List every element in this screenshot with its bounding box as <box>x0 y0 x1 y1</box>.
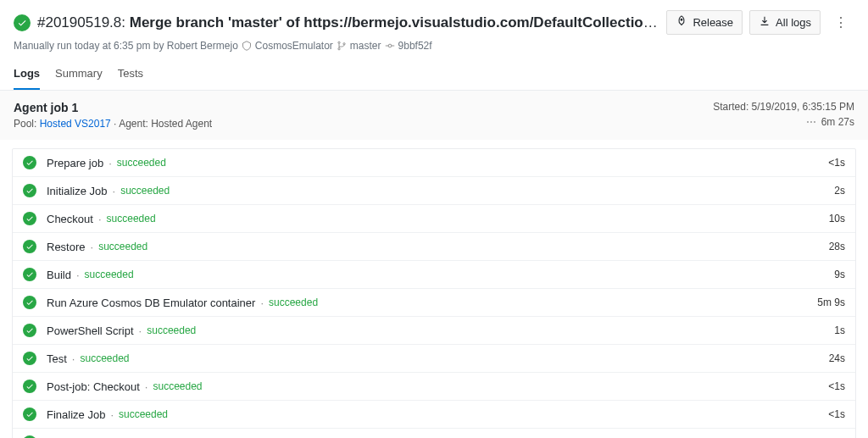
check-icon <box>23 240 36 253</box>
pool-link[interactable]: Hosted VS2017 <box>40 118 111 130</box>
step-status: succeeded <box>147 324 196 336</box>
step-status: succeeded <box>153 380 202 392</box>
step-row[interactable]: Checkout·succeeded10s <box>13 205 855 233</box>
step-time: <1s <box>828 408 845 420</box>
step-row[interactable]: PowerShell Script·succeeded1s <box>13 317 855 345</box>
job-meta-left: Pool: Hosted VS2017 · Agent: Hosted Agen… <box>14 118 212 130</box>
build-title: Merge branch 'master' of https://bermejo… <box>130 14 660 30</box>
step-time: 10s <box>829 213 845 225</box>
check-icon <box>23 184 36 197</box>
svg-point-0 <box>682 19 683 20</box>
check-icon <box>23 324 36 337</box>
build-number: #20190519.8: <box>37 14 125 30</box>
step-row[interactable]: Run Azure Cosmos DB Emulator container·s… <box>13 289 855 317</box>
commit-icon <box>385 41 395 51</box>
step-time: 2s <box>834 185 845 197</box>
step-list: Prepare job·succeeded<1sInitialize Job·s… <box>12 148 856 438</box>
step-status: succeeded <box>120 185 170 197</box>
rocket-icon <box>676 15 687 30</box>
repo-icon <box>242 41 252 51</box>
step-name: PowerShell Script <box>47 324 134 337</box>
step-status: succeeded <box>269 297 318 308</box>
build-subtitle: Manually run today at 6:35 pm by Robert … <box>14 40 854 52</box>
check-icon <box>23 296 36 309</box>
svg-point-4 <box>388 44 392 47</box>
tabs: Logs Summary Tests <box>0 52 868 91</box>
step-row[interactable]: Post-job: Checkout·succeeded<1s <box>13 373 855 401</box>
step-time: <1s <box>828 380 845 392</box>
step-time: 9s <box>834 269 845 280</box>
step-status: succeeded <box>80 352 129 364</box>
step-row[interactable]: Build·succeeded9s <box>13 261 855 289</box>
check-icon <box>23 268 36 281</box>
job-title: Agent job 1 <box>14 101 212 114</box>
step-status: succeeded <box>119 408 168 420</box>
step-name: Initialize Job <box>47 185 108 197</box>
check-icon <box>23 212 36 225</box>
tab-tests[interactable]: Tests <box>118 67 143 90</box>
step-name: Checkout <box>47 213 93 225</box>
check-icon <box>23 156 36 169</box>
check-icon <box>23 408 36 421</box>
download-icon <box>759 15 771 30</box>
step-status: succeeded <box>85 269 134 280</box>
check-icon <box>23 380 36 393</box>
step-name: Restore <box>47 241 86 253</box>
check-icon <box>23 352 36 365</box>
step-time: 28s <box>829 241 845 252</box>
more-menu-button[interactable]: ⋮ <box>827 10 854 35</box>
job-duration: ⋯ 6m 27s <box>713 116 854 128</box>
step-time: <1s <box>828 157 845 169</box>
step-name: Build <box>47 269 71 281</box>
tab-logs[interactable]: Logs <box>14 67 40 90</box>
ellipsis-icon[interactable]: ⋯ <box>806 116 816 128</box>
step-status: succeeded <box>107 213 156 225</box>
step-row[interactable]: Finalize Job·succeeded<1s <box>13 401 855 429</box>
branch-icon <box>337 41 347 51</box>
svg-point-2 <box>338 48 340 50</box>
step-name: Prepare job <box>47 157 103 169</box>
step-row[interactable]: Initialize Job·succeeded2s <box>13 177 855 205</box>
step-time: 5m 9s <box>817 297 845 308</box>
step-status: succeeded <box>98 241 147 252</box>
svg-point-3 <box>343 43 345 45</box>
svg-point-1 <box>338 42 340 43</box>
step-time: 1s <box>834 324 845 336</box>
step-name: Finalize Job <box>47 408 105 421</box>
step-name: Post-job: Checkout <box>47 380 140 393</box>
step-name: Test <box>47 352 67 365</box>
build-status-icon <box>14 14 31 31</box>
kebab-icon: ⋮ <box>834 15 848 30</box>
release-button[interactable]: Release <box>666 10 743 35</box>
step-name: Run Azure Cosmos DB Emulator container <box>47 297 255 309</box>
step-time: 24s <box>829 352 845 364</box>
all-logs-button[interactable]: All logs <box>749 10 821 35</box>
step-status: succeeded <box>117 157 166 169</box>
step-row[interactable]: Report build status·succeeded<1s <box>13 429 855 438</box>
step-row[interactable]: Test·succeeded24s <box>13 345 855 373</box>
page-title: #20190519.8: Merge branch 'master' of ht… <box>37 14 659 31</box>
tab-summary[interactable]: Summary <box>55 67 103 90</box>
job-started: Started: 5/19/2019, 6:35:15 PM <box>713 101 854 113</box>
step-row[interactable]: Restore·succeeded28s <box>13 233 855 261</box>
step-row[interactable]: Prepare job·succeeded<1s <box>13 149 855 177</box>
